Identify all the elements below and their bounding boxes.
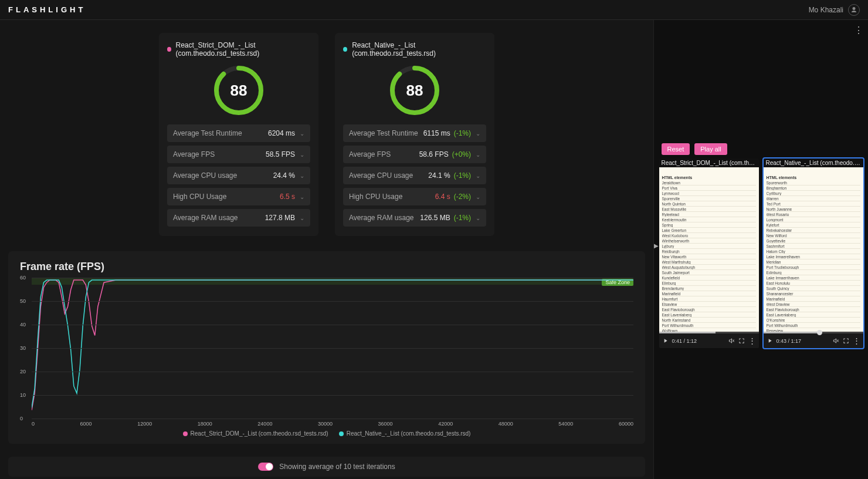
grid-line [32, 372, 633, 372]
metric-row[interactable]: Average RAM usage127.8 MB⌄ [167, 209, 310, 227]
metric-label: Average FPS [349, 150, 419, 158]
video-controls: 0:43 / 1:17⋮ [764, 332, 863, 348]
list-item: West Kudoboro [662, 233, 756, 238]
collapse-panel-icon[interactable]: ▶ [653, 238, 660, 252]
user-icon [850, 6, 857, 14]
y-tick: 30 [20, 345, 26, 351]
grid-line [32, 419, 633, 419]
list-item: East Mossville [662, 207, 756, 212]
list-item: West Rosario [767, 212, 860, 217]
list-item: New Wilford [767, 233, 860, 238]
list-item: East Laveniaberg [767, 312, 860, 318]
list-item: Jeraldtown [662, 180, 756, 185]
list-item: O'Konshire [767, 318, 860, 323]
y-tick: 50 [20, 298, 26, 304]
legend-dot-icon [183, 431, 188, 436]
metric-value: 6.4 s [435, 193, 450, 201]
grid-line [32, 278, 633, 278]
play-icon[interactable] [662, 338, 669, 344]
series-dot-icon [167, 47, 171, 52]
chevron-down-icon[interactable]: ⌄ [476, 194, 480, 200]
chevron-down-icon[interactable]: ⌄ [300, 130, 304, 137]
metric-row[interactable]: Average FPS58.5 FPS⌄ [167, 146, 310, 163]
y-tick: 60 [20, 275, 26, 281]
metric-row[interactable]: High CPU Usage6.4 s(-2%)⌄ [343, 188, 486, 205]
metric-delta: (-2%) [454, 193, 471, 201]
play-icon[interactable] [767, 338, 773, 344]
legend-dot-icon [339, 431, 344, 436]
user-menu[interactable]: Mo Khazali [809, 4, 860, 16]
metric-row[interactable]: Average Test Runtime6204 ms⌄ [167, 124, 310, 142]
chevron-down-icon[interactable]: ⌄ [476, 130, 480, 137]
metric-label: Average CPU usage [173, 171, 273, 180]
fps-chart [32, 278, 633, 422]
average-toggle[interactable] [258, 463, 273, 471]
chevron-down-icon[interactable]: ⌄ [476, 151, 480, 158]
list-item: Winthelserworth [662, 238, 756, 244]
list-item: Kylefort [767, 222, 860, 228]
video-preview[interactable]: React_Native_-_List (com.theodo.rsd...HT… [764, 158, 863, 348]
metric-value: 126.5 MB [420, 214, 450, 222]
metric-row[interactable]: Average RAM usage126.5 MB(-1%)⌄ [343, 209, 486, 227]
metric-row[interactable]: Average CPU usage24.4 %⌄ [167, 167, 310, 184]
list-item: Ryleetead [662, 212, 756, 217]
chevron-down-icon[interactable]: ⌄ [300, 173, 304, 179]
panel-menu-icon[interactable]: ⋮ [854, 25, 863, 36]
play-all-button[interactable]: Play all [694, 143, 727, 155]
screen-heading: HTML elements [767, 176, 860, 180]
list-item: Sporerville [662, 196, 756, 201]
chevron-down-icon[interactable]: ⌄ [300, 151, 304, 158]
list-item: East Laveniaberg [662, 312, 756, 318]
list-item: West Augustoburgh [662, 265, 756, 270]
chevron-down-icon[interactable]: ⌄ [476, 215, 480, 221]
metric-label: High CPU Usage [349, 193, 435, 201]
list-item: North Juwanne [767, 207, 860, 212]
list-item: Lake Irmaerrlhaven [767, 275, 860, 281]
video-menu-icon[interactable]: ⋮ [748, 336, 756, 345]
app-logo: FLASHLIGHT [8, 5, 86, 14]
list-item: Elsaview [662, 302, 756, 307]
list-item: Meridian [767, 259, 860, 265]
list-item: South Jaimeport [662, 270, 756, 275]
fps-chart-panel: Frame rate (FPS) Safe Zone 0102030405060… [8, 251, 645, 444]
metric-delta: (-1%) [454, 214, 471, 222]
video-progress[interactable] [659, 332, 759, 333]
list-item: Binghamton [767, 185, 860, 191]
video-progress[interactable] [764, 332, 863, 333]
metric-row[interactable]: High CPU Usage6.5 s⌄ [167, 188, 310, 205]
video-preview[interactable]: React_Strict_DOM_-_List (com.theod...HTM… [659, 158, 759, 348]
list-item: Port Wilhurdmouth [662, 323, 756, 328]
video-menu-icon[interactable]: ⋮ [853, 336, 860, 345]
metric-delta: (-1%) [454, 129, 471, 137]
metric-value: 6204 ms [268, 129, 295, 137]
volume-icon[interactable] [728, 338, 735, 344]
metric-row[interactable]: Average Test Runtime6115 ms(-1%)⌄ [343, 124, 486, 142]
fullscreen-icon[interactable] [843, 338, 849, 344]
metric-row[interactable]: Average CPU usage24.1 %(-1%)⌄ [343, 167, 486, 184]
footer-text: Showing average of 10 test iterations [279, 463, 395, 471]
metric-label: Average RAM usage [349, 214, 420, 222]
grid-line [32, 301, 633, 302]
screen-heading: HTML elements [662, 176, 756, 180]
list-item: North Quinton [662, 201, 756, 207]
reset-button[interactable]: Reset [662, 143, 690, 155]
grid-line [32, 325, 633, 325]
fullscreen-icon[interactable] [738, 338, 745, 344]
metric-row[interactable]: Average FPS58.6 FPS(+0%)⌄ [343, 146, 486, 163]
chart-series-line [32, 280, 633, 410]
chevron-down-icon[interactable]: ⌄ [300, 215, 304, 221]
metric-label: Average FPS [173, 150, 266, 158]
volume-icon[interactable] [833, 338, 839, 344]
list-item: Port Wilhurdmouth [767, 323, 860, 328]
list-item: North Karinstand [662, 318, 756, 323]
list-item: West Marthshutg [662, 259, 756, 265]
chevron-down-icon[interactable]: ⌄ [300, 194, 304, 200]
metric-value: 6115 ms [423, 129, 450, 137]
list-item: Hatom City [767, 249, 860, 254]
list-item: Keeblermoutin [662, 217, 756, 222]
chevron-down-icon[interactable]: ⌄ [476, 173, 480, 179]
list-item: Brendanturry [662, 286, 756, 291]
metric-label: Average Test Runtime [349, 129, 423, 137]
list-item: Lake Greerton [662, 228, 756, 233]
metric-label: Average RAM usage [173, 214, 265, 222]
